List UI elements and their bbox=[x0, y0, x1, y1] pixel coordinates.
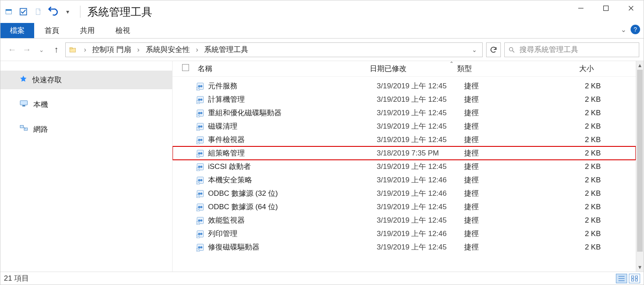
file-name: 事件檢視器 bbox=[208, 135, 377, 145]
breadcrumb-seg-0[interactable]: 控制項 門扇 bbox=[90, 45, 133, 55]
file-type: 捷徑 bbox=[464, 175, 551, 185]
scroll-down-button[interactable]: ▼ bbox=[636, 263, 644, 272]
file-size: 2 KB bbox=[551, 82, 607, 91]
svg-point-18 bbox=[198, 85, 200, 87]
address-dropdown-icon[interactable]: ⌄ bbox=[468, 46, 481, 53]
checkbox-icon[interactable] bbox=[18, 6, 29, 17]
file-tab[interactable]: 檔案 bbox=[0, 23, 34, 38]
pc-icon bbox=[19, 100, 28, 110]
tab-view[interactable]: 檢視 bbox=[105, 23, 141, 38]
nav-label: 本機 bbox=[33, 100, 48, 110]
help-button[interactable]: ? bbox=[631, 25, 640, 34]
document-icon[interactable] bbox=[32, 6, 44, 17]
status-bar: 21 項目 bbox=[0, 272, 644, 285]
shortcut-icon bbox=[196, 189, 208, 198]
view-details-button[interactable] bbox=[616, 274, 627, 283]
svg-point-19 bbox=[200, 85, 202, 87]
svg-rect-75 bbox=[635, 279, 638, 281]
file-name: ODBC 數據源 (32 位) bbox=[208, 188, 377, 198]
window-title: 系統管理工具 bbox=[85, 5, 152, 19]
undo-button[interactable] bbox=[47, 6, 58, 17]
col-name[interactable]: 名稱 bbox=[192, 64, 370, 74]
file-row[interactable]: ODBC 數據源 (32 位)3/19/2019 上午 12:46捷徑2 KB bbox=[173, 187, 636, 200]
file-size: 2 KB bbox=[551, 243, 607, 252]
svg-point-51 bbox=[200, 192, 202, 194]
search-input[interactable] bbox=[519, 45, 635, 54]
shortcut-icon bbox=[196, 109, 208, 117]
file-row[interactable]: 元件服務3/19/2019 上午 12:45捷徑2 KB bbox=[173, 79, 636, 93]
file-date: 3/19/2019 上午 12:46 bbox=[377, 175, 464, 185]
file-type: 捷徑 bbox=[464, 188, 551, 198]
tab-home[interactable]: 首頁 bbox=[34, 23, 70, 38]
breadcrumb-seg-1[interactable]: 系統與安全性 bbox=[144, 45, 192, 55]
file-row[interactable]: 組策略管理3/18/2019 7:35 PM捷徑2 KB bbox=[173, 146, 636, 160]
scroll-up-button[interactable]: ▲ bbox=[636, 61, 644, 70]
file-row[interactable]: 重組和優化磁碟驅動器3/19/2019 上午 12:45捷徑2 KB bbox=[173, 106, 636, 120]
file-name: 磁碟清理 bbox=[208, 121, 377, 131]
file-row[interactable]: 修復磁碟驅動器3/19/2019 上午 12:45捷徑2 KB bbox=[173, 240, 636, 254]
file-size: 2 KB bbox=[551, 109, 607, 117]
nav-network[interactable]: 網路 bbox=[0, 120, 172, 139]
svg-point-46 bbox=[198, 179, 200, 181]
file-size: 2 KB bbox=[551, 149, 607, 158]
file-row[interactable]: 計算機管理3/19/2019 上午 12:45捷徑2 KB bbox=[173, 93, 636, 106]
file-row[interactable]: iSCSI 啟動者3/19/2019 上午 12:45捷徑2 KB bbox=[173, 160, 636, 173]
file-name: 重組和優化磁碟驅動器 bbox=[208, 108, 377, 118]
file-date: 3/19/2019 上午 12:45 bbox=[377, 135, 464, 145]
view-large-icons-button[interactable] bbox=[629, 274, 640, 283]
svg-point-30 bbox=[198, 125, 200, 127]
svg-rect-72 bbox=[631, 276, 634, 278]
file-row[interactable]: 效能監視器3/19/2019 上午 12:45捷徑2 KB bbox=[173, 214, 636, 227]
file-size: 2 KB bbox=[551, 203, 607, 211]
svg-point-39 bbox=[200, 152, 202, 154]
file-row[interactable]: 磁碟清理3/19/2019 上午 12:45捷徑2 KB bbox=[173, 120, 636, 133]
svg-point-66 bbox=[198, 246, 200, 248]
file-row[interactable]: 事件檢視器3/19/2019 上午 12:45捷徑2 KB bbox=[173, 133, 636, 146]
separator bbox=[80, 6, 80, 18]
svg-point-34 bbox=[198, 139, 200, 141]
select-all-checkbox[interactable] bbox=[173, 64, 192, 73]
column-headers: 名稱 ⌃ 日期已修改 類型 大小 bbox=[173, 61, 636, 77]
breadcrumb-arrow-icon[interactable]: › bbox=[80, 46, 90, 54]
file-name: 修復磁碟驅動器 bbox=[208, 242, 377, 252]
nav-quick-access[interactable]: 快速存取 bbox=[0, 71, 172, 89]
qat-dropdown-icon[interactable]: ▾ bbox=[62, 6, 73, 17]
search-box[interactable] bbox=[504, 42, 639, 57]
refresh-button[interactable] bbox=[486, 42, 501, 57]
breadcrumb-seg-2[interactable]: 系統管理工具 bbox=[202, 45, 250, 55]
col-size[interactable]: 大小 bbox=[545, 64, 600, 74]
explorer-icon[interactable] bbox=[3, 6, 14, 17]
breadcrumb-bar[interactable]: › 控制項 門扇 › 系統與安全性 › 系統管理工具 ⌄ bbox=[65, 42, 483, 57]
tab-share[interactable]: 共用 bbox=[70, 23, 105, 38]
forward-button[interactable]: → bbox=[21, 44, 32, 55]
svg-rect-74 bbox=[631, 279, 634, 281]
file-row[interactable]: 列印管理3/19/2019 上午 12:46捷徑2 KB bbox=[173, 227, 636, 240]
maximize-button[interactable] bbox=[593, 0, 618, 16]
svg-rect-5 bbox=[604, 6, 609, 11]
vertical-scrollbar[interactable]: ▲ ▼ bbox=[636, 61, 644, 272]
svg-rect-9 bbox=[70, 47, 72, 49]
file-name: 效能監視器 bbox=[208, 215, 377, 225]
file-row[interactable]: ODBC 數據源 (64 位)3/19/2019 上午 12:45捷徑2 KB bbox=[173, 200, 636, 214]
chevron-down-icon[interactable]: ⌄ bbox=[621, 26, 626, 34]
file-list: 名稱 ⌃ 日期已修改 類型 大小 元件服務3/19/2019 上午 12:45捷… bbox=[173, 61, 636, 272]
nav-this-pc[interactable]: 本機 bbox=[0, 95, 172, 114]
file-type: 捷徑 bbox=[464, 135, 551, 145]
file-row[interactable]: 本機安全策略3/19/2019 上午 12:46捷徑2 KB bbox=[173, 173, 636, 187]
scroll-thumb[interactable] bbox=[637, 70, 643, 252]
svg-point-63 bbox=[200, 233, 202, 235]
recent-locations-button[interactable]: ⌄ bbox=[36, 44, 47, 55]
svg-rect-1 bbox=[6, 10, 12, 11]
breadcrumb-arrow-icon[interactable]: › bbox=[192, 45, 203, 54]
breadcrumb-arrow-icon[interactable]: › bbox=[133, 45, 144, 54]
minimize-button[interactable] bbox=[568, 0, 593, 16]
close-button[interactable] bbox=[618, 0, 644, 16]
svg-point-22 bbox=[198, 98, 200, 100]
col-type[interactable]: 類型 bbox=[457, 64, 545, 74]
back-button[interactable]: ← bbox=[6, 44, 18, 55]
col-date[interactable]: 日期已修改 bbox=[370, 64, 457, 74]
file-date: 3/19/2019 上午 12:45 bbox=[377, 242, 464, 252]
up-button[interactable]: ↑ bbox=[51, 44, 62, 55]
file-date: 3/19/2019 上午 12:45 bbox=[377, 162, 464, 172]
shortcut-icon bbox=[196, 95, 208, 104]
